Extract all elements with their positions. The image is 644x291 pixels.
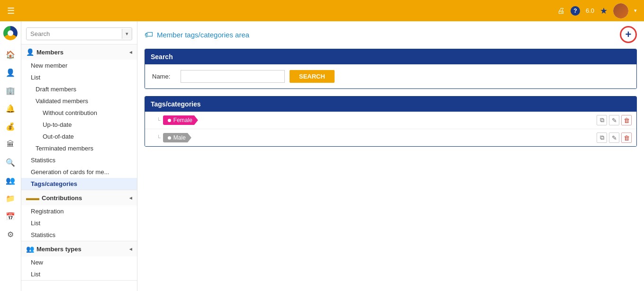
- logo-inner: [8, 30, 13, 36]
- rail-home-icon[interactable]: 🏠: [1, 46, 20, 63]
- navbar-left: ☰: [7, 6, 15, 16]
- sidebar-item-registration[interactable]: Registration: [21, 205, 137, 217]
- members-types-section-header[interactable]: 👥 Members types ◂: [21, 241, 137, 256]
- page-title-area: 🏷 Member tags/categories area: [145, 30, 249, 40]
- sidebar-item-contributions-statistics[interactable]: Statistics: [21, 229, 137, 241]
- members-section-title: 👤 Members: [26, 48, 63, 56]
- sidebar-item-draft-members[interactable]: Draft members: [21, 83, 137, 95]
- edit-btn-female[interactable]: ✎: [609, 115, 619, 125]
- tag-actions-male: ⧉ ✎ 🗑: [592, 129, 636, 147]
- search-panel: Search Name: SEARCH: [145, 49, 637, 89]
- sidebar-item-contributions-list[interactable]: List: [21, 217, 137, 229]
- rail-search-icon[interactable]: 🔍: [1, 154, 20, 171]
- help-icon[interactable]: ?: [571, 6, 580, 16]
- page-title: Member tags/categories area: [157, 31, 249, 39]
- sidebar-item-without-contribution[interactable]: Without contribution: [21, 107, 137, 119]
- tag-label-male: Male: [173, 134, 186, 141]
- avatar[interactable]: [613, 3, 628, 18]
- tag-actions-wrap-male: ⧉ ✎ 🗑: [597, 132, 632, 143]
- logo: [1, 24, 20, 43]
- tag-dot-female: [168, 119, 171, 122]
- tag-actions-female: ⧉ ✎ 🗑: [592, 112, 636, 129]
- sidebar-search-box: ▾: [21, 24, 137, 44]
- search-form-row: Name: SEARCH: [152, 70, 629, 83]
- delete-btn-male[interactable]: 🗑: [621, 132, 632, 143]
- copy-btn-male[interactable]: ⧉: [597, 132, 607, 143]
- members-label: Members: [36, 49, 63, 56]
- icon-rail: 🏠 👤 🏢 🔔 💰 🏛 🔍 👥 📁 📅 ⚙: [0, 21, 21, 291]
- main-layout: 🏠 👤 🏢 🔔 💰 🏛 🔍 👥 📁 📅 ⚙ ▾ 👤 Members: [0, 21, 644, 291]
- tags-panel-header: Tags/categories: [145, 97, 636, 112]
- top-navbar: ☰ 🖨 ? 6.0 ★ ▾: [0, 0, 644, 21]
- tag-cell-female: └ Female: [145, 112, 592, 129]
- avatar-image: [613, 3, 628, 18]
- sidebar-item-out-of-date[interactable]: Out-of-date: [21, 131, 137, 142]
- table-row: └ Female ⧉ ✎ 🗑: [145, 112, 636, 129]
- add-button[interactable]: +: [620, 26, 637, 43]
- tree-line-female: └: [157, 117, 161, 123]
- tag-label-female: Female: [173, 117, 192, 123]
- tag-icon: 🏷: [145, 30, 153, 40]
- sidebar-item-members-types-new[interactable]: New: [21, 256, 137, 268]
- tag-badge-male: Male: [163, 133, 191, 142]
- sidebar-item-generation-cards[interactable]: Generation of cards for me...: [21, 166, 137, 178]
- sidebar-item-up-to-date[interactable]: Up-to-date: [21, 119, 137, 131]
- members-types-icon: 👥: [26, 245, 34, 253]
- rail-folder-icon[interactable]: 📁: [1, 190, 20, 207]
- members-section: 👤 Members ◂ New member List Draft member…: [21, 44, 137, 190]
- contributions-icon: ▬▬: [26, 194, 39, 202]
- sidebar: ▾ 👤 Members ◂ New member List Draft memb…: [21, 21, 137, 291]
- members-icon: 👤: [26, 48, 34, 56]
- members-collapse-icon[interactable]: ◂: [129, 49, 132, 55]
- sidebar-item-list[interactable]: List: [21, 71, 137, 83]
- navbar-right: 🖨 ? 6.0 ★ ▾: [557, 3, 637, 18]
- content-area: 🏷 Member tags/categories area + Search N…: [137, 21, 644, 291]
- avatar-dropdown-icon[interactable]: ▾: [634, 8, 637, 14]
- rail-group-icon[interactable]: 👥: [1, 172, 20, 189]
- rail-bank-icon[interactable]: 🏛: [1, 136, 20, 153]
- contributions-section-title: ▬▬ Contributions: [26, 194, 82, 202]
- rail-calendar-icon[interactable]: 📅: [1, 208, 20, 225]
- sidebar-search-input[interactable]: [27, 28, 122, 40]
- search-panel-body: Name: SEARCH: [145, 64, 636, 88]
- sidebar-item-new-member[interactable]: New member: [21, 60, 137, 71]
- content-header: 🏷 Member tags/categories area +: [145, 26, 637, 43]
- table-row: └ Male ⧉ ✎ 🗑: [145, 129, 636, 147]
- rail-settings-icon[interactable]: ⚙: [1, 226, 20, 243]
- contributions-label: Contributions: [42, 194, 82, 202]
- tag-actions-wrap-female: ⧉ ✎ 🗑: [597, 115, 632, 125]
- hamburger-icon[interactable]: ☰: [7, 6, 15, 16]
- tree-indent-male: └ Male: [150, 133, 587, 142]
- sidebar-search-dropdown[interactable]: ▾: [122, 29, 132, 39]
- search-button[interactable]: SEARCH: [290, 70, 335, 83]
- contributions-collapse-icon[interactable]: ◂: [129, 195, 132, 201]
- sidebar-item-members-types-list[interactable]: List: [21, 268, 137, 280]
- tag-badge-female: Female: [163, 115, 198, 125]
- rail-building-icon[interactable]: 🏢: [1, 82, 20, 99]
- members-types-collapse-icon[interactable]: ◂: [129, 246, 132, 252]
- sidebar-search-wrap: ▾: [26, 27, 132, 40]
- sidebar-item-statistics[interactable]: Statistics: [21, 154, 137, 166]
- members-types-section: 👥 Members types ◂ New List: [21, 241, 137, 281]
- star-icon[interactable]: ★: [600, 6, 608, 16]
- members-section-header[interactable]: 👤 Members ◂: [21, 44, 137, 60]
- contributions-section-header[interactable]: ▬▬ Contributions ◂: [21, 190, 137, 205]
- search-panel-header: Search: [145, 49, 636, 64]
- edit-btn-male[interactable]: ✎: [609, 132, 619, 143]
- tag-cell-male: └ Male: [145, 129, 592, 147]
- sidebar-item-validated-members[interactable]: Validated members: [21, 95, 137, 107]
- tree-line-male: └: [157, 135, 161, 141]
- tags-panel: Tags/categories └ Female: [145, 96, 637, 147]
- tags-table: └ Female ⧉ ✎ 🗑: [145, 112, 636, 146]
- contributions-section: ▬▬ Contributions ◂ Registration List Sta…: [21, 190, 137, 241]
- rail-bell-icon[interactable]: 🔔: [1, 100, 20, 117]
- name-input[interactable]: [181, 70, 285, 83]
- rail-user-icon[interactable]: 👤: [1, 64, 20, 81]
- version-badge: 6.0: [586, 7, 594, 14]
- sidebar-item-terminated-members[interactable]: Terminated members: [21, 142, 137, 154]
- delete-btn-female[interactable]: 🗑: [621, 115, 632, 125]
- rail-money-icon[interactable]: 💰: [1, 118, 20, 135]
- print-icon[interactable]: 🖨: [557, 7, 565, 15]
- sidebar-item-tags-categories[interactable]: Tags/categories: [21, 178, 137, 190]
- copy-btn-female[interactable]: ⧉: [597, 115, 607, 125]
